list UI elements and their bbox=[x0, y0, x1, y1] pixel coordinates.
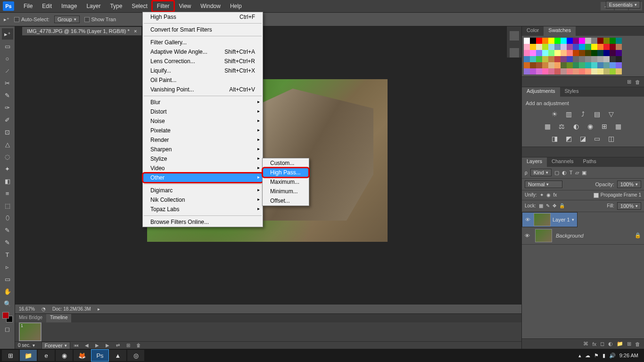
tab-color[interactable]: Color bbox=[522, 26, 544, 36]
swatch[interactable] bbox=[579, 56, 585, 62]
vibrance-icon[interactable]: ▽ bbox=[607, 110, 616, 118]
start-button[interactable]: ⊞ bbox=[2, 350, 19, 361]
tool-15[interactable]: ⬯ bbox=[2, 212, 13, 223]
filter-adjust-icon[interactable]: ◐ bbox=[562, 170, 567, 176]
swatch[interactable] bbox=[610, 50, 616, 56]
unify-style-icon[interactable]: fx bbox=[553, 192, 557, 197]
tab-channels[interactable]: Channels bbox=[547, 157, 578, 167]
swatch[interactable] bbox=[536, 50, 542, 56]
swatch[interactable] bbox=[542, 62, 548, 68]
swatch[interactable] bbox=[579, 50, 585, 56]
swatch[interactable] bbox=[530, 44, 536, 50]
tray-flag-icon[interactable]: ⚑ bbox=[594, 353, 599, 359]
swatch[interactable] bbox=[554, 44, 561, 50]
swatch[interactable] bbox=[591, 56, 597, 62]
tray-network-icon[interactable]: ▮ bbox=[603, 353, 605, 359]
history-icon[interactable] bbox=[510, 31, 519, 41]
filter-shape-icon[interactable]: ▱ bbox=[575, 170, 579, 176]
menu-item-render[interactable]: Render bbox=[143, 135, 263, 145]
swatch[interactable] bbox=[542, 50, 548, 56]
curves-icon[interactable]: ⤴ bbox=[578, 110, 588, 118]
swatch[interactable] bbox=[573, 62, 579, 68]
loop-select[interactable]: Forever bbox=[41, 342, 70, 349]
swatch[interactable] bbox=[536, 44, 542, 50]
swatch[interactable] bbox=[530, 50, 536, 56]
propagate-checkbox[interactable] bbox=[594, 193, 599, 198]
swatch[interactable] bbox=[585, 62, 591, 68]
swatch[interactable] bbox=[573, 38, 579, 44]
menu-item-maximum-[interactable]: Maximum... bbox=[263, 177, 309, 187]
menu-item-lens-correction-[interactable]: Lens Correction...Shift+Ctrl+R bbox=[143, 57, 263, 66]
auto-select-type-select[interactable]: Group bbox=[54, 16, 80, 23]
selective-color-icon[interactable]: ◫ bbox=[607, 134, 616, 143]
menu-select[interactable]: Select bbox=[127, 1, 152, 11]
tool-6[interactable]: ✑ bbox=[2, 102, 13, 113]
swatch[interactable] bbox=[548, 68, 554, 74]
taskbar-app[interactable]: ◎ bbox=[127, 350, 144, 361]
swatch[interactable] bbox=[536, 38, 542, 44]
swatch[interactable] bbox=[585, 56, 591, 62]
swatch[interactable] bbox=[616, 38, 622, 44]
swatch[interactable] bbox=[561, 68, 567, 74]
delete-frame-button[interactable]: 🗑 bbox=[134, 342, 143, 349]
new-frame-button[interactable]: ⊞ bbox=[124, 342, 132, 349]
tab-swatches[interactable]: Swatches bbox=[544, 26, 576, 36]
next-frame-button[interactable]: ▶ bbox=[103, 342, 112, 349]
tool-4[interactable]: ✂ bbox=[2, 77, 13, 89]
layer-thumbnail[interactable] bbox=[534, 213, 551, 226]
swatch[interactable] bbox=[591, 50, 597, 56]
tool-16[interactable]: ✎ bbox=[2, 224, 13, 236]
swatch[interactable] bbox=[530, 56, 536, 62]
menu-item-stylize[interactable]: Stylize bbox=[143, 154, 263, 164]
lock-pixels-icon[interactable]: ✎ bbox=[546, 203, 550, 208]
levels-icon[interactable]: ▥ bbox=[564, 110, 574, 118]
swatch[interactable] bbox=[597, 44, 603, 50]
tab-layers[interactable]: Layers bbox=[522, 157, 547, 167]
prev-frame-button[interactable]: ◀ bbox=[83, 342, 91, 349]
menu-item-high-pass-[interactable]: High Pass... bbox=[263, 168, 309, 177]
layer-thumbnail[interactable] bbox=[535, 229, 552, 242]
layer-row[interactable]: 👁Layer 1 bbox=[522, 212, 578, 227]
menu-item-convert-for-smart-filters[interactable]: Convert for Smart Filters bbox=[143, 25, 263, 34]
swatch[interactable] bbox=[524, 68, 530, 74]
swatch[interactable] bbox=[610, 44, 616, 50]
menu-item-adaptive-wide-angle-[interactable]: Adaptive Wide Angle...Shift+Ctrl+A bbox=[143, 47, 263, 57]
exposure-icon[interactable]: ▤ bbox=[593, 110, 602, 118]
link-layers-icon[interactable]: ⌘ bbox=[583, 341, 588, 347]
swatch[interactable] bbox=[616, 62, 622, 68]
auto-select-checkbox[interactable] bbox=[14, 17, 19, 22]
swatch[interactable] bbox=[591, 38, 597, 44]
swatch[interactable] bbox=[524, 38, 530, 44]
visibility-icon[interactable]: 👁 bbox=[525, 233, 531, 239]
swatch[interactable] bbox=[548, 62, 554, 68]
tool-14[interactable]: ⬚ bbox=[2, 200, 13, 211]
group-icon[interactable]: 📁 bbox=[617, 341, 623, 347]
layer-mask-icon[interactable]: ◻ bbox=[600, 341, 604, 347]
menu-item-filter-gallery-[interactable]: Filter Gallery... bbox=[143, 38, 263, 47]
swatch[interactable] bbox=[585, 68, 591, 74]
swatch[interactable] bbox=[561, 62, 567, 68]
swatch[interactable] bbox=[616, 44, 622, 50]
swatch[interactable] bbox=[561, 50, 567, 56]
menu-edit[interactable]: Edit bbox=[37, 1, 57, 11]
swatch[interactable] bbox=[597, 56, 603, 62]
swatch[interactable] bbox=[610, 62, 616, 68]
swatch[interactable] bbox=[573, 44, 579, 50]
swatch[interactable] bbox=[610, 56, 616, 62]
tray-cloud-icon[interactable]: ☁ bbox=[585, 353, 590, 359]
swatch[interactable] bbox=[554, 38, 561, 44]
swatch[interactable] bbox=[573, 56, 579, 62]
menu-item-sharpen[interactable]: Sharpen bbox=[143, 145, 263, 154]
menu-layer[interactable]: Layer bbox=[82, 1, 105, 11]
gradient-map-icon[interactable]: ▭ bbox=[593, 134, 602, 143]
menu-window[interactable]: Window bbox=[196, 1, 225, 11]
menu-type[interactable]: Type bbox=[105, 1, 127, 11]
posterize-icon[interactable]: ◩ bbox=[564, 134, 574, 143]
swatch[interactable] bbox=[591, 62, 597, 68]
show-transform-checkbox[interactable] bbox=[84, 17, 90, 22]
swatch[interactable] bbox=[616, 50, 622, 56]
swatch[interactable] bbox=[536, 62, 542, 68]
tool-7[interactable]: ✐ bbox=[2, 114, 13, 125]
swatch[interactable] bbox=[579, 68, 585, 74]
menu-item-offset-[interactable]: Offset... bbox=[263, 196, 309, 206]
